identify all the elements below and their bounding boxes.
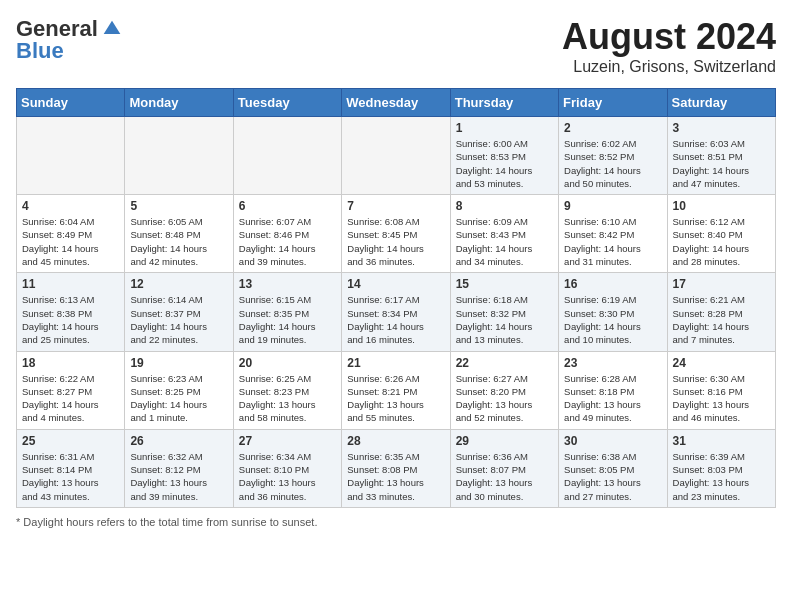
calendar-day-cell <box>342 117 450 195</box>
day-info: Sunrise: 6:28 AM Sunset: 8:18 PM Dayligh… <box>564 372 661 425</box>
calendar-day-cell: 2Sunrise: 6:02 AM Sunset: 8:52 PM Daylig… <box>559 117 667 195</box>
calendar-day-cell: 5Sunrise: 6:05 AM Sunset: 8:48 PM Daylig… <box>125 195 233 273</box>
calendar-day-cell: 11Sunrise: 6:13 AM Sunset: 8:38 PM Dayli… <box>17 273 125 351</box>
weekday-header: Monday <box>125 89 233 117</box>
weekday-header: Wednesday <box>342 89 450 117</box>
day-info: Sunrise: 6:31 AM Sunset: 8:14 PM Dayligh… <box>22 450 119 503</box>
day-info: Sunrise: 6:05 AM Sunset: 8:48 PM Dayligh… <box>130 215 227 268</box>
day-info: Sunrise: 6:27 AM Sunset: 8:20 PM Dayligh… <box>456 372 553 425</box>
day-number: 17 <box>673 277 770 291</box>
calendar-day-cell <box>17 117 125 195</box>
title-block: August 2024 Luzein, Grisons, Switzerland <box>562 16 776 76</box>
day-number: 21 <box>347 356 444 370</box>
weekday-header: Saturday <box>667 89 775 117</box>
calendar-day-cell: 1Sunrise: 6:00 AM Sunset: 8:53 PM Daylig… <box>450 117 558 195</box>
day-number: 28 <box>347 434 444 448</box>
day-number: 1 <box>456 121 553 135</box>
calendar-day-cell: 31Sunrise: 6:39 AM Sunset: 8:03 PM Dayli… <box>667 429 775 507</box>
calendar-day-cell: 18Sunrise: 6:22 AM Sunset: 8:27 PM Dayli… <box>17 351 125 429</box>
day-info: Sunrise: 6:35 AM Sunset: 8:08 PM Dayligh… <box>347 450 444 503</box>
day-info: Sunrise: 6:12 AM Sunset: 8:40 PM Dayligh… <box>673 215 770 268</box>
svg-marker-0 <box>104 21 121 34</box>
day-info: Sunrise: 6:04 AM Sunset: 8:49 PM Dayligh… <box>22 215 119 268</box>
day-number: 9 <box>564 199 661 213</box>
calendar-week-row: 11Sunrise: 6:13 AM Sunset: 8:38 PM Dayli… <box>17 273 776 351</box>
calendar-day-cell: 10Sunrise: 6:12 AM Sunset: 8:40 PM Dayli… <box>667 195 775 273</box>
calendar-day-cell: 9Sunrise: 6:10 AM Sunset: 8:42 PM Daylig… <box>559 195 667 273</box>
page-header: General Blue August 2024 Luzein, Grisons… <box>16 16 776 76</box>
calendar-table: SundayMondayTuesdayWednesdayThursdayFrid… <box>16 88 776 508</box>
day-info: Sunrise: 6:26 AM Sunset: 8:21 PM Dayligh… <box>347 372 444 425</box>
day-number: 16 <box>564 277 661 291</box>
calendar-day-cell: 8Sunrise: 6:09 AM Sunset: 8:43 PM Daylig… <box>450 195 558 273</box>
day-number: 27 <box>239 434 336 448</box>
day-number: 19 <box>130 356 227 370</box>
day-number: 23 <box>564 356 661 370</box>
day-info: Sunrise: 6:00 AM Sunset: 8:53 PM Dayligh… <box>456 137 553 190</box>
calendar-day-cell: 4Sunrise: 6:04 AM Sunset: 8:49 PM Daylig… <box>17 195 125 273</box>
calendar-day-cell: 17Sunrise: 6:21 AM Sunset: 8:28 PM Dayli… <box>667 273 775 351</box>
calendar-week-row: 25Sunrise: 6:31 AM Sunset: 8:14 PM Dayli… <box>17 429 776 507</box>
day-number: 24 <box>673 356 770 370</box>
calendar-day-cell: 7Sunrise: 6:08 AM Sunset: 8:45 PM Daylig… <box>342 195 450 273</box>
day-number: 8 <box>456 199 553 213</box>
calendar-week-row: 4Sunrise: 6:04 AM Sunset: 8:49 PM Daylig… <box>17 195 776 273</box>
calendar-day-cell: 20Sunrise: 6:25 AM Sunset: 8:23 PM Dayli… <box>233 351 341 429</box>
weekday-header: Friday <box>559 89 667 117</box>
calendar-day-cell: 22Sunrise: 6:27 AM Sunset: 8:20 PM Dayli… <box>450 351 558 429</box>
day-info: Sunrise: 6:23 AM Sunset: 8:25 PM Dayligh… <box>130 372 227 425</box>
calendar-day-cell: 15Sunrise: 6:18 AM Sunset: 8:32 PM Dayli… <box>450 273 558 351</box>
footer-note: * Daylight hours refers to the total tim… <box>16 516 776 528</box>
day-number: 13 <box>239 277 336 291</box>
day-info: Sunrise: 6:21 AM Sunset: 8:28 PM Dayligh… <box>673 293 770 346</box>
day-info: Sunrise: 6:10 AM Sunset: 8:42 PM Dayligh… <box>564 215 661 268</box>
day-info: Sunrise: 6:17 AM Sunset: 8:34 PM Dayligh… <box>347 293 444 346</box>
calendar-week-row: 18Sunrise: 6:22 AM Sunset: 8:27 PM Dayli… <box>17 351 776 429</box>
day-info: Sunrise: 6:30 AM Sunset: 8:16 PM Dayligh… <box>673 372 770 425</box>
day-info: Sunrise: 6:03 AM Sunset: 8:51 PM Dayligh… <box>673 137 770 190</box>
weekday-header: Sunday <box>17 89 125 117</box>
day-number: 14 <box>347 277 444 291</box>
day-number: 26 <box>130 434 227 448</box>
day-number: 30 <box>564 434 661 448</box>
calendar-day-cell: 6Sunrise: 6:07 AM Sunset: 8:46 PM Daylig… <box>233 195 341 273</box>
calendar-header-row: SundayMondayTuesdayWednesdayThursdayFrid… <box>17 89 776 117</box>
day-info: Sunrise: 6:34 AM Sunset: 8:10 PM Dayligh… <box>239 450 336 503</box>
weekday-header: Thursday <box>450 89 558 117</box>
day-number: 12 <box>130 277 227 291</box>
day-number: 25 <box>22 434 119 448</box>
day-number: 15 <box>456 277 553 291</box>
day-number: 4 <box>22 199 119 213</box>
calendar-day-cell <box>125 117 233 195</box>
day-number: 11 <box>22 277 119 291</box>
calendar-day-cell: 30Sunrise: 6:38 AM Sunset: 8:05 PM Dayli… <box>559 429 667 507</box>
calendar-day-cell: 19Sunrise: 6:23 AM Sunset: 8:25 PM Dayli… <box>125 351 233 429</box>
day-number: 5 <box>130 199 227 213</box>
calendar-week-row: 1Sunrise: 6:00 AM Sunset: 8:53 PM Daylig… <box>17 117 776 195</box>
calendar-day-cell: 14Sunrise: 6:17 AM Sunset: 8:34 PM Dayli… <box>342 273 450 351</box>
day-number: 31 <box>673 434 770 448</box>
calendar-day-cell: 23Sunrise: 6:28 AM Sunset: 8:18 PM Dayli… <box>559 351 667 429</box>
day-info: Sunrise: 6:13 AM Sunset: 8:38 PM Dayligh… <box>22 293 119 346</box>
footer-note-text: Daylight hours <box>23 516 93 528</box>
day-number: 3 <box>673 121 770 135</box>
day-info: Sunrise: 6:07 AM Sunset: 8:46 PM Dayligh… <box>239 215 336 268</box>
day-info: Sunrise: 6:15 AM Sunset: 8:35 PM Dayligh… <box>239 293 336 346</box>
logo-icon <box>102 19 122 39</box>
day-info: Sunrise: 6:38 AM Sunset: 8:05 PM Dayligh… <box>564 450 661 503</box>
day-info: Sunrise: 6:09 AM Sunset: 8:43 PM Dayligh… <box>456 215 553 268</box>
calendar-day-cell: 13Sunrise: 6:15 AM Sunset: 8:35 PM Dayli… <box>233 273 341 351</box>
calendar-day-cell: 3Sunrise: 6:03 AM Sunset: 8:51 PM Daylig… <box>667 117 775 195</box>
calendar-day-cell: 29Sunrise: 6:36 AM Sunset: 8:07 PM Dayli… <box>450 429 558 507</box>
calendar-day-cell: 27Sunrise: 6:34 AM Sunset: 8:10 PM Dayli… <box>233 429 341 507</box>
day-info: Sunrise: 6:19 AM Sunset: 8:30 PM Dayligh… <box>564 293 661 346</box>
day-number: 22 <box>456 356 553 370</box>
day-number: 10 <box>673 199 770 213</box>
day-number: 7 <box>347 199 444 213</box>
day-number: 18 <box>22 356 119 370</box>
day-info: Sunrise: 6:36 AM Sunset: 8:07 PM Dayligh… <box>456 450 553 503</box>
day-info: Sunrise: 6:25 AM Sunset: 8:23 PM Dayligh… <box>239 372 336 425</box>
location-subtitle: Luzein, Grisons, Switzerland <box>562 58 776 76</box>
calendar-day-cell: 25Sunrise: 6:31 AM Sunset: 8:14 PM Dayli… <box>17 429 125 507</box>
calendar-day-cell: 28Sunrise: 6:35 AM Sunset: 8:08 PM Dayli… <box>342 429 450 507</box>
